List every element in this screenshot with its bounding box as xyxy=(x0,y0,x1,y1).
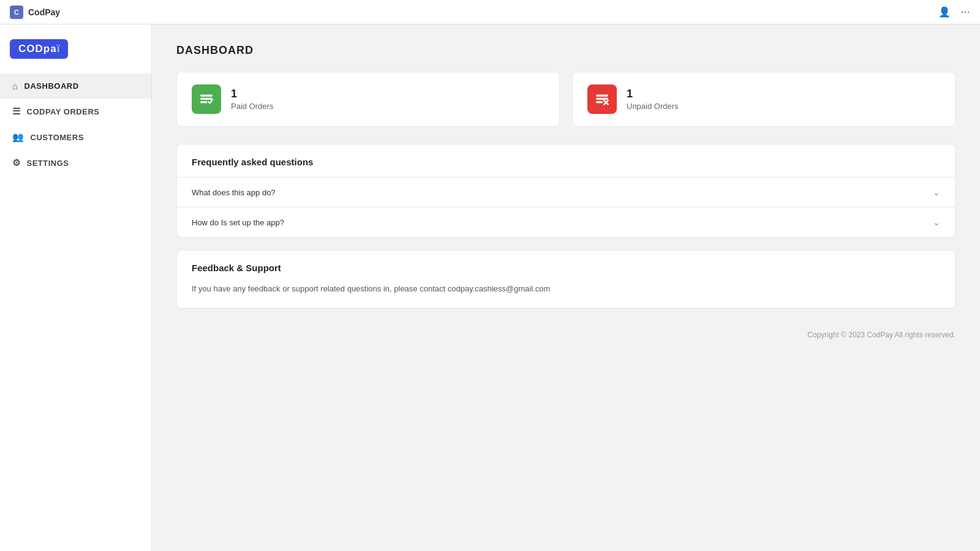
paid-orders-icon xyxy=(192,84,221,114)
chevron-down-icon-2: ⌄ xyxy=(933,217,940,227)
unpaid-orders-card: 1 Unpaid Orders xyxy=(572,72,956,127)
feedback-text: If you have any feedback or support rela… xyxy=(177,283,955,308)
paid-orders-card: 1 Paid Orders xyxy=(176,72,560,127)
sidebar-item-label: CUSTOMERS xyxy=(31,133,84,142)
svg-rect-2 xyxy=(200,101,207,103)
unpaid-orders-icon xyxy=(587,84,617,114)
sidebar-item-dashboard[interactable]: ⌂ DASHBOARD xyxy=(0,73,151,99)
unpaid-orders-label: Unpaid Orders xyxy=(627,102,679,111)
order-cards: 1 Paid Orders 1 Unpaid Orders xyxy=(176,72,956,127)
paid-orders-label: Paid Orders xyxy=(231,102,273,111)
topbar-right: 👤 ⋯ xyxy=(938,6,970,18)
sidebar-logo-badge: CODpaï xyxy=(10,39,68,59)
sidebar-item-label: SETTINGS xyxy=(27,159,69,168)
faq-section: Frequently asked questions What does thi… xyxy=(176,144,956,238)
chevron-down-icon-1: ⌄ xyxy=(933,187,940,197)
footer-copyright: Copyright © 2023 CodPay All rights reser… xyxy=(807,331,956,339)
faq-question-2: How do Is set up the app? xyxy=(192,218,284,227)
footer: Copyright © 2023 CodPay All rights reser… xyxy=(176,321,956,349)
faq-question-1: What does this app do? xyxy=(192,188,276,197)
svg-rect-1 xyxy=(200,98,213,100)
list-icon: ☰ xyxy=(12,106,21,117)
svg-rect-0 xyxy=(200,94,213,96)
sidebar-nav: ⌂ DASHBOARD ☰ CODPAY ORDERS 👥 CUSTOMERS … xyxy=(0,73,151,176)
svg-rect-3 xyxy=(596,94,608,96)
svg-rect-5 xyxy=(596,101,603,103)
topbar-app-icon: C xyxy=(10,6,23,19)
sidebar-item-codpay-orders[interactable]: ☰ CODPAY ORDERS xyxy=(0,99,151,124)
svg-rect-4 xyxy=(596,98,608,100)
sidebar: CODpaï ⌂ DASHBOARD ☰ CODPAY ORDERS 👥 CUS… xyxy=(0,24,152,551)
customers-icon: 👥 xyxy=(12,132,24,143)
faq-item-2[interactable]: How do Is set up the app? ⌄ xyxy=(177,207,955,237)
sidebar-logo: CODpaï xyxy=(0,34,151,73)
faq-section-title: Frequently asked questions xyxy=(177,144,955,177)
sidebar-item-customers[interactable]: 👥 CUSTOMERS xyxy=(0,124,151,150)
unpaid-orders-count: 1 xyxy=(627,88,679,100)
paid-orders-count: 1 xyxy=(231,88,273,100)
faq-item-1[interactable]: What does this app do? ⌄ xyxy=(177,177,955,207)
paid-orders-info: 1 Paid Orders xyxy=(231,88,273,111)
sidebar-item-settings[interactable]: ⚙ SETTINGS xyxy=(0,150,151,176)
home-icon: ⌂ xyxy=(12,81,18,91)
sidebar-item-label: CODPAY ORDERS xyxy=(27,107,100,116)
topbar-app-name: CodPay xyxy=(28,7,60,17)
profile-icon[interactable]: 👤 xyxy=(938,6,951,18)
layout: CODpaï ⌂ DASHBOARD ☰ CODPAY ORDERS 👥 CUS… xyxy=(0,24,980,551)
page-title: DASHBOARD xyxy=(176,44,956,57)
feedback-section: Feedback & Support If you have any feedb… xyxy=(176,250,956,309)
unpaid-orders-info: 1 Unpaid Orders xyxy=(627,88,679,111)
topbar: C CodPay 👤 ⋯ xyxy=(0,0,980,24)
main-content: DASHBOARD 1 Paid Orders xyxy=(152,24,980,551)
gear-icon: ⚙ xyxy=(12,157,21,168)
feedback-section-title: Feedback & Support xyxy=(177,250,955,283)
sidebar-item-label: DASHBOARD xyxy=(24,81,79,91)
more-options-icon[interactable]: ⋯ xyxy=(960,6,970,18)
topbar-left: C CodPay xyxy=(10,6,60,19)
